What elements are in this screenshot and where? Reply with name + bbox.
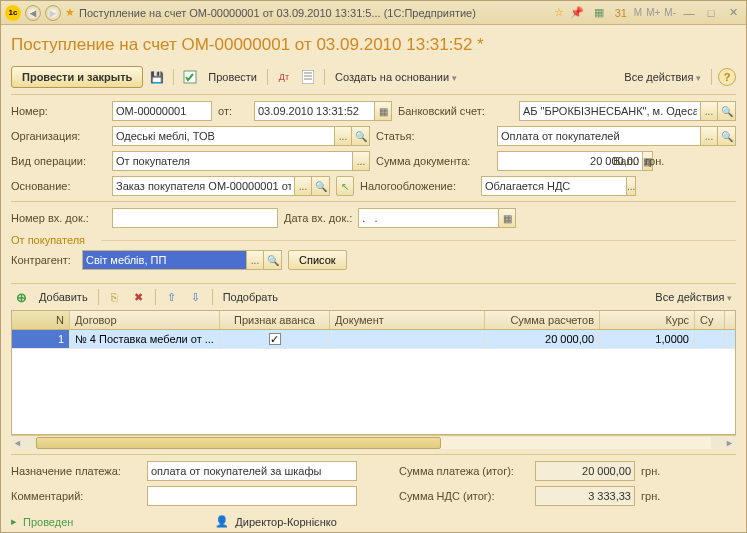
- date-input[interactable]: [254, 101, 374, 121]
- delete-icon[interactable]: ✖: [129, 287, 149, 307]
- grid-toolbar: ⊕ Добавить ⎘ ✖ ⇧ ⇩ Подобрать Все действи…: [11, 283, 736, 310]
- scrollbar-thumb[interactable]: [36, 437, 441, 449]
- purpose-input[interactable]: [147, 461, 357, 481]
- bank-account-input[interactable]: [519, 101, 700, 121]
- calc-m[interactable]: M: [634, 7, 642, 18]
- taxation-label: Налогообложение:: [360, 180, 475, 192]
- date-picker-icon[interactable]: ▦: [498, 208, 516, 228]
- list-button[interactable]: Список: [288, 250, 347, 270]
- window-titlebar: 1c ◄ ► ★ Поступление на счет ОМ-00000001…: [1, 1, 746, 25]
- cell-n: 1: [12, 330, 70, 348]
- purpose-label: Назначение платежа:: [11, 465, 141, 477]
- nav-back-icon[interactable]: ◄: [25, 5, 41, 21]
- maximize-icon[interactable]: □: [702, 5, 720, 21]
- vat-sum-label: Сумма НДС (итог):: [399, 490, 529, 502]
- col-n[interactable]: N: [12, 311, 70, 329]
- bank-account-label: Банковский счет:: [398, 105, 513, 117]
- pick-button[interactable]: Подобрать: [219, 289, 282, 305]
- organization-input[interactable]: [112, 126, 334, 146]
- favorite-icon[interactable]: ★: [65, 6, 75, 19]
- col-rate[interactable]: Курс: [600, 311, 695, 329]
- all-actions-button[interactable]: Все действия: [620, 69, 705, 85]
- operation-type-label: Вид операции:: [11, 155, 106, 167]
- fill-icon[interactable]: ↖: [336, 176, 354, 196]
- select-icon[interactable]: ...: [246, 250, 264, 270]
- article-input[interactable]: [497, 126, 700, 146]
- user-icon: 👤: [215, 515, 229, 528]
- nav-fwd-icon[interactable]: ►: [45, 5, 61, 21]
- star-icon[interactable]: ☆: [554, 6, 564, 19]
- scroll-right-icon[interactable]: ►: [725, 438, 734, 448]
- select-icon[interactable]: ...: [294, 176, 312, 196]
- currency-value: грн.: [641, 465, 660, 477]
- incoming-date-input[interactable]: [358, 208, 498, 228]
- comment-label: Комментарий:: [11, 490, 141, 502]
- section-header: От покупателя: [11, 234, 736, 246]
- col-extra[interactable]: Су: [695, 311, 725, 329]
- scroll-left-icon[interactable]: ◄: [13, 438, 22, 448]
- page-title: Поступление на счет ОМ-00000001 от 03.09…: [11, 31, 736, 63]
- horizontal-scrollbar[interactable]: ◄ ►: [11, 435, 736, 450]
- grid-all-actions-button[interactable]: Все действия: [651, 289, 736, 305]
- taxation-input[interactable]: [481, 176, 626, 196]
- calc-mminus[interactable]: M-: [664, 7, 676, 18]
- help-icon[interactable]: ?: [718, 68, 736, 86]
- organization-label: Организация:: [11, 130, 106, 142]
- post-icon[interactable]: [180, 67, 200, 87]
- add-button[interactable]: Добавить: [35, 289, 92, 305]
- close-icon[interactable]: ✕: [724, 5, 742, 21]
- basis-input[interactable]: [112, 176, 294, 196]
- grid-header: N Договор Признак аванса Документ Сумма …: [12, 311, 735, 330]
- col-advance[interactable]: Признак аванса: [220, 311, 330, 329]
- pin-icon[interactable]: 📌: [568, 5, 586, 21]
- cell-sum: 20 000,00: [485, 330, 600, 348]
- open-icon[interactable]: 🔍: [312, 176, 330, 196]
- open-icon[interactable]: 🔍: [718, 101, 736, 121]
- open-icon[interactable]: 🔍: [352, 126, 370, 146]
- dtkt-icon[interactable]: Дт: [274, 67, 294, 87]
- post-and-close-button[interactable]: Провести и закрыть: [11, 66, 143, 88]
- add-icon[interactable]: ⊕: [11, 287, 31, 307]
- open-icon[interactable]: 🔍: [718, 126, 736, 146]
- comment-input[interactable]: [147, 486, 357, 506]
- report-icon[interactable]: [298, 67, 318, 87]
- select-icon[interactable]: ...: [626, 176, 636, 196]
- cell-advance: ✓: [220, 330, 330, 348]
- cell-rate: 1,0000: [600, 330, 695, 348]
- select-icon[interactable]: ...: [334, 126, 352, 146]
- col-document[interactable]: Документ: [330, 311, 485, 329]
- calc-mplus[interactable]: M+: [646, 7, 660, 18]
- post-button[interactable]: Провести: [204, 69, 261, 85]
- author-value: Директор-Корнієнко: [235, 516, 336, 528]
- doc-sum-label: Сумма документа:: [376, 155, 491, 167]
- move-down-icon[interactable]: ⇩: [186, 287, 206, 307]
- number-label: Номер:: [11, 105, 106, 117]
- main-toolbar: Провести и закрыть 💾 Провести Дт Создать…: [11, 63, 736, 95]
- cell-contract: № 4 Поставка мебели от ...: [70, 330, 220, 348]
- copy-icon[interactable]: ⎘: [105, 287, 125, 307]
- select-icon[interactable]: ...: [700, 126, 718, 146]
- contragent-label: Контрагент:: [11, 254, 76, 266]
- select-icon[interactable]: ...: [352, 151, 370, 171]
- col-contract[interactable]: Договор: [70, 311, 220, 329]
- move-up-icon[interactable]: ⇧: [162, 287, 182, 307]
- create-based-button[interactable]: Создать на основании: [331, 69, 461, 85]
- contragent-input[interactable]: [82, 250, 246, 270]
- payment-sum-value: [535, 461, 635, 481]
- operation-type-input[interactable]: [112, 151, 352, 171]
- number-input[interactable]: [112, 101, 212, 121]
- open-icon[interactable]: 🔍: [264, 250, 282, 270]
- save-icon[interactable]: 💾: [147, 67, 167, 87]
- select-icon[interactable]: ...: [700, 101, 718, 121]
- basis-label: Основание:: [11, 180, 106, 192]
- incoming-number-input[interactable]: [112, 208, 278, 228]
- app-icon: 1c: [5, 5, 21, 21]
- calendar-icon[interactable]: 31: [612, 5, 630, 21]
- calc-icon[interactable]: ▦: [590, 5, 608, 21]
- table-row[interactable]: 1 № 4 Поставка мебели от ... ✓ 20 000,00…: [12, 330, 735, 349]
- minimize-icon[interactable]: —: [680, 5, 698, 21]
- svg-rect-1: [302, 70, 314, 84]
- date-picker-icon[interactable]: ▦: [374, 101, 392, 121]
- col-sum[interactable]: Сумма расчетов: [485, 311, 600, 329]
- posted-status: Проведен: [23, 516, 73, 528]
